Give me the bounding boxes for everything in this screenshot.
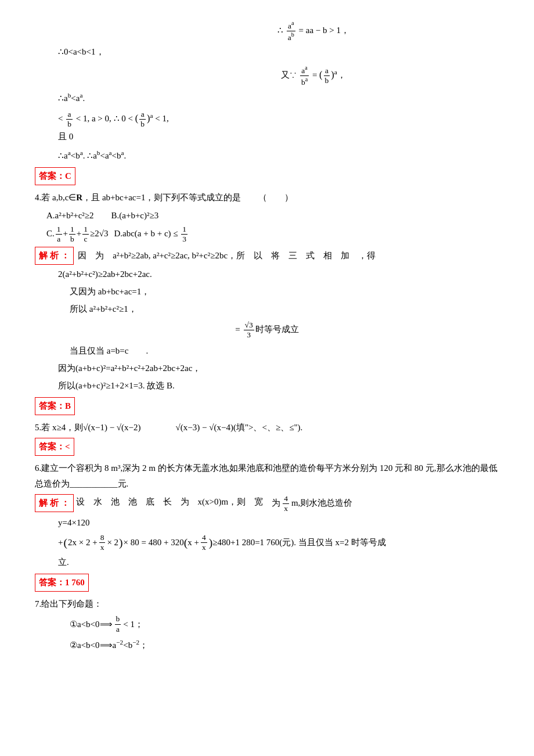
jiexi-4-line5: = √33时等号成立 xyxy=(35,321,499,340)
jiexi-section-4: 解 析 ： 因 为 a²+b²≥2ab, a²+c²≥2ac, b²+c²≥2b… xyxy=(35,247,499,394)
jiexi-4-line4: 所以 a²+b²+c²≥1， xyxy=(70,301,499,317)
answer-section-5: 答案：< xyxy=(35,438,499,456)
line-5: < ab < 1, a > 0, ∴ 0 < (ab)a < 1, xyxy=(58,110,499,129)
jiexi-6-line2: y=4×120 xyxy=(58,515,499,531)
line-3: 又∵ aaba = (ab)a， xyxy=(128,64,499,87)
question-6: 6.建立一个容积为 8 m³,深为 2 m 的长方体无盖水池,如果池底和池壁的造… xyxy=(35,460,499,492)
q7-prop1-end: < 1； xyxy=(123,617,143,632)
q7-prop1: ①a<b<0⟹ ba < 1； xyxy=(70,614,499,633)
q4-option-c: C.1a+1b+1c≥2√3 xyxy=(46,225,108,244)
jiexi-6-line1: 设 水 池 池 底 长 为 x(x>0)m，则 宽 xyxy=(76,494,272,510)
question-7: 7.给出下列命题： ①a<b<0⟹ ba < 1； ②a<b<0⟹a−2<b−2… xyxy=(35,596,499,653)
jiexi-6-line4: 立. xyxy=(58,555,499,570)
jiexi-4-line1: 因 为 a²+b²≥2ab, a²+c²≥2ac, b²+c²≥2bc，所 以 … xyxy=(78,251,376,260)
q4-options-row2: C.1a+1b+1c≥2√3 D.abc(a + b + c) ≤ 13 xyxy=(46,225,499,244)
q4-title: 4.若 a,b,c∈R，且 ab+bc+ac=1，则下列不等式成立的是 （ ） xyxy=(35,190,499,206)
jiexi-4-line3: 又因为 ab+bc+ac=1， xyxy=(70,284,499,300)
q4-options-row1: A.a²+b²+c²≥2 B.(a+b+c)²≥3 xyxy=(46,208,499,224)
q7-prop2: ②a<b<0⟹a−2<b−2； xyxy=(70,636,499,653)
answer-box-6: 答案：1 760 xyxy=(35,574,89,592)
jiexi-section-6: 解 析 ： 设 水 池 池 底 长 为 x(x>0)m，则 宽 为4xm,则水池… xyxy=(35,494,499,570)
jiexi-4-line7: 因为(a+b+c)²=a²+b²+c²+2ab+2bc+2ac， xyxy=(58,361,499,376)
jiexi-6-frac: 为4xm,则水池总造价 xyxy=(272,494,352,513)
answer-box-4: 答案：B xyxy=(35,397,75,415)
q6-title: 6.建立一个容积为 8 m³,深为 2 m 的长方体无盖水池,如果池底和池壁的造… xyxy=(35,460,499,492)
q7-prop1-frac: ba xyxy=(115,614,121,633)
line-2: ∴0<a<b<1， xyxy=(58,44,499,60)
q4-option-d: D.abc(a + b + c) ≤ 13 xyxy=(114,225,189,244)
q7-props: ①a<b<0⟹ ba < 1； ②a<b<0⟹a−2<b−2； xyxy=(70,614,499,653)
answer-box-1: 答案：C xyxy=(35,167,75,185)
answer-box-5: 答案：< xyxy=(35,438,74,456)
jiexi-4-line8: 所以(a+b+c)²≥1+2×1=3. 故选 B. xyxy=(58,378,499,394)
line-4: ∴ab<aa. xyxy=(58,89,499,106)
q7-prop1-label: ①a<b<0⟹ xyxy=(70,617,113,632)
answer-section-6: 答案：1 760 xyxy=(35,574,499,592)
line-1: ∴ aaab = aa − b > 1， xyxy=(128,20,499,42)
q4-options: A.a²+b²+c²≥2 B.(a+b+c)²≥3 C.1a+1b+1c≥2√3… xyxy=(46,208,499,244)
line-7: ∴aa<ba. ∴ab<aa<ba. xyxy=(58,147,499,164)
q7-prop2-text: ②a<b<0⟹a−2<b−2； xyxy=(70,640,148,650)
jiexi-4-line2: 2(a²+b²+c²)≥2ab+2bc+2ac. xyxy=(58,267,499,282)
q7-title: 7.给出下列命题： xyxy=(35,596,499,612)
q4-option-b: B.(a+b+c)²≥3 xyxy=(111,208,159,224)
jiexi-4-line6: 当且仅当 a=b=c . xyxy=(70,343,499,359)
jiexi-label-6: 解 析 ： xyxy=(35,494,74,512)
question-4: 4.若 a,b,c∈R，且 ab+bc+ac=1，则下列不等式成立的是 （ ） … xyxy=(35,190,499,244)
answer-section-1: 答案：C xyxy=(35,167,499,185)
jiexi-6-container: 解 析 ： 设 水 池 池 底 长 为 x(x>0)m，则 宽 为4xm,则水池… xyxy=(35,494,499,513)
jiexi-label-4: 解 析 ： xyxy=(35,247,74,265)
jiexi-6-line3: + (2x × 2 + 8x × 2) × 80 = 480 + 320(x +… xyxy=(58,532,499,553)
q4-option-a: A.a²+b²+c²≥2 xyxy=(46,208,94,224)
question-5: 5.若 x≥4，则√(x−1) − √(x−2) √(x−3) − √(x−4)… xyxy=(35,420,499,435)
derivation-section: ∴ aaab = aa − b > 1， ∴0<a<b<1， 又∵ aaba =… xyxy=(35,20,499,164)
answer-section-4: 答案：B xyxy=(35,397,499,415)
line-6: 且 0 xyxy=(58,129,499,145)
q5-title: 5.若 x≥4，则√(x−1) − √(x−2) √(x−3) − √(x−4)… xyxy=(35,420,499,435)
page-container: ∴ aaab = aa − b > 1， ∴0<a<b<1， 又∵ aaba =… xyxy=(35,20,499,653)
